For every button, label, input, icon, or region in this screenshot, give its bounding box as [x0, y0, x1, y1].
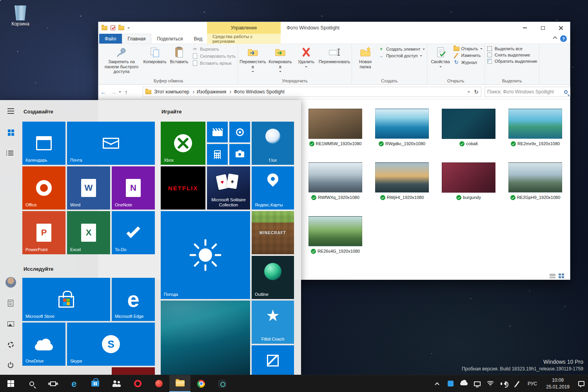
file-item[interactable]: RWgdkc_1920x1080 — [375, 109, 442, 162]
tile-powerpoint[interactable]: P PowerPoint — [22, 211, 65, 254]
task-view-button[interactable] — [42, 375, 64, 392]
qat-customize-chevron-icon[interactable] — [127, 27, 130, 30]
tile-skype[interactable]: S Skype — [67, 323, 155, 366]
tray-display[interactable] — [470, 375, 484, 392]
search-box[interactable] — [485, 87, 570, 97]
new-item-button[interactable]: +Создать элемент — [378, 46, 425, 52]
all-apps-button[interactable] — [2, 145, 19, 161]
clock[interactable]: 10:09 25.01.2019 — [541, 377, 575, 390]
tile-outline[interactable]: Outline — [252, 256, 294, 299]
tile-todo[interactable]: To-Do — [112, 211, 155, 254]
properties-button[interactable]: Свойства — [428, 45, 453, 69]
close-button[interactable] — [552, 22, 570, 34]
search-icon[interactable] — [564, 90, 568, 94]
refresh-icon[interactable]: ↻ — [474, 89, 479, 95]
taskbar-store[interactable] — [85, 375, 106, 392]
breadcrumb-this-pc[interactable]: Этот компьютер — [154, 89, 189, 95]
recycle-bin[interactable]: Корзина — [5, 3, 36, 27]
tile-flux[interactable]: f.lux — [252, 122, 294, 165]
tile-microsoft-store[interactable]: Microsoft Store — [22, 278, 110, 321]
tile-solitaire[interactable]: ♥ ♠ Microsoft Solitaire Collection — [207, 166, 250, 210]
tile-sketch-app[interactable] — [252, 345, 294, 375]
tile-netflix[interactable]: NETFLIX — [161, 166, 205, 210]
tile-partial[interactable] — [112, 367, 155, 375]
start-button[interactable] — [0, 375, 21, 392]
tile-partial[interactable] — [67, 367, 110, 375]
tile-minecraft[interactable]: MINECRAFT — [252, 211, 294, 254]
file-item[interactable]: RE1MM5W_1920x1080 — [309, 109, 375, 162]
tile-calculator[interactable] — [207, 144, 228, 165]
qat-properties-icon[interactable] — [111, 26, 115, 30]
start-expand-button[interactable] — [2, 103, 19, 119]
tab-share[interactable]: Поделиться — [151, 34, 188, 44]
paste-button[interactable]: Вставить — [167, 45, 191, 64]
user-account-button[interactable] — [2, 274, 19, 290]
edit-button[interactable]: Изменить — [454, 53, 483, 58]
file-item[interactable]: RWfWXq_1920x1080 — [309, 162, 375, 216]
tile-onenote[interactable]: N OneNote — [112, 166, 155, 210]
documents-button[interactable] — [2, 295, 19, 311]
address-dropdown-chevron-icon[interactable] — [468, 91, 470, 94]
tray-onedrive[interactable] — [457, 375, 470, 392]
breadcrumb[interactable]: Этот компьютер Изображения Фото Windows … — [143, 87, 481, 97]
tray-volume[interactable] — [497, 375, 510, 392]
tile-calendar[interactable]: Календарь — [22, 122, 65, 165]
tab-home[interactable]: Главная — [122, 34, 152, 44]
tile-weather[interactable]: Погода — [161, 211, 250, 299]
taskbar-opera[interactable] — [127, 375, 148, 392]
taskbar-file-explorer[interactable] — [169, 375, 191, 392]
tile-onedrive[interactable]: OneDrive — [22, 323, 65, 366]
tray-app[interactable] — [444, 375, 457, 392]
show-hidden-icons-button[interactable] — [430, 375, 444, 392]
taskbar-chrome[interactable] — [191, 375, 212, 392]
help-button[interactable]: ? — [560, 35, 567, 42]
tray-network[interactable] — [484, 375, 497, 392]
tab-view[interactable]: Вид — [188, 34, 208, 44]
file-item[interactable]: RE2mx9x_1920x1080 — [508, 109, 575, 162]
tray-pen[interactable] — [510, 375, 524, 392]
tile-excel[interactable]: X Excel — [67, 211, 110, 254]
tile-movies[interactable] — [207, 122, 228, 142]
taskbar-people[interactable] — [106, 375, 127, 392]
select-all-button[interactable]: Выделить все — [487, 46, 537, 51]
tab-picture-tools[interactable]: Средства работы с рисунками — [207, 34, 281, 44]
copy-path-button[interactable]: Скопировать путь — [192, 53, 236, 59]
ribbon-collapse-icon[interactable] — [553, 36, 557, 40]
pin-to-quick-access-button[interactable]: Закрепить на панели быстрого доступа — [100, 45, 143, 74]
up-button[interactable]: ↑ — [121, 89, 131, 95]
taskbar-search-button[interactable] — [21, 375, 42, 392]
breadcrumb-current-folder[interactable]: Фото Windows Spotlight — [234, 89, 285, 95]
taskbar-edge[interactable]: e — [64, 375, 85, 392]
tile-office[interactable]: Office — [22, 166, 65, 210]
tile-camera[interactable] — [229, 144, 250, 165]
file-item[interactable]: cobalt — [442, 109, 508, 162]
easy-access-button[interactable]: →Простой доступ — [378, 53, 425, 58]
open-button[interactable]: Открыть — [454, 46, 483, 51]
tile-fitbit-coach[interactable]: ★ Fitbit Coach — [252, 301, 294, 344]
minimize-button[interactable] — [516, 22, 534, 34]
power-button[interactable] — [2, 357, 19, 373]
cut-button[interactable]: ✂Вырезать — [192, 46, 236, 52]
qat-new-folder-icon[interactable] — [118, 26, 124, 30]
tile-yandex-maps[interactable]: Яндекс.Карты — [252, 166, 294, 210]
invert-selection-button[interactable]: Обратить выделение — [487, 59, 537, 64]
title-bar[interactable]: Управление Фото Windows Spotlight — [98, 22, 570, 34]
language-indicator[interactable]: РУС — [524, 381, 541, 387]
forward-button[interactable]: → — [109, 89, 119, 95]
breadcrumb-pictures[interactable]: Изображения — [197, 89, 226, 95]
settings-button[interactable] — [2, 337, 19, 352]
move-to-button[interactable]: Переместить в — [239, 45, 267, 73]
back-button[interactable]: ← — [98, 89, 109, 95]
file-item[interactable]: RE26s4G_1920x1080 — [309, 216, 375, 270]
copy-button[interactable]: Копировать — [143, 45, 167, 64]
tile-lens-app[interactable] — [229, 122, 250, 142]
taskbar-dark-app[interactable] — [212, 375, 233, 392]
tab-file[interactable]: Файл — [99, 34, 122, 44]
tile-microsoft-edge[interactable]: e Microsoft Edge — [112, 278, 155, 321]
list-view-button[interactable] — [550, 274, 555, 278]
action-center-button[interactable] — [575, 375, 588, 392]
rename-button[interactable]: Переименовать — [318, 45, 350, 64]
copy-to-button[interactable]: Копировать в — [267, 45, 294, 73]
tile-mail[interactable]: Почта — [67, 122, 155, 165]
taskbar-red-app[interactable] — [148, 375, 169, 392]
